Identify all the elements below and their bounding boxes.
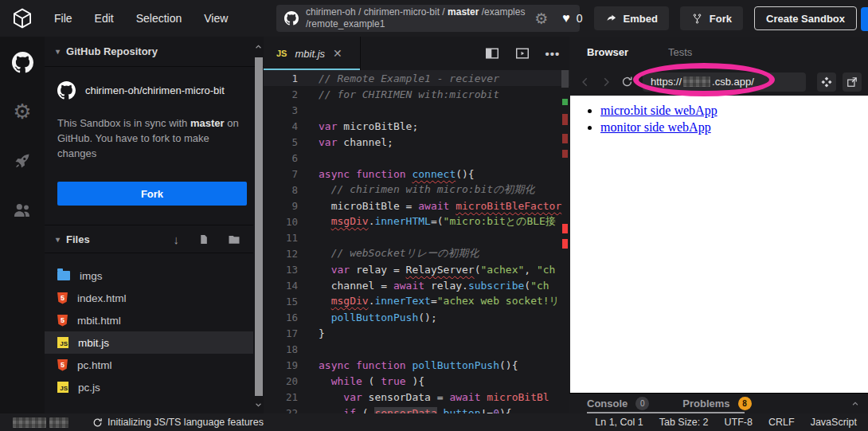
code-line: 12 // webSocketリレーの初期化 bbox=[264, 245, 569, 261]
sidebar-item-github[interactable] bbox=[10, 49, 35, 75]
fork-button-sidebar[interactable]: Fork bbox=[57, 182, 247, 206]
preview-tabs: Browser Tests bbox=[569, 37, 868, 68]
files-section-title: Files bbox=[66, 233, 90, 245]
sidebar-scrollbar[interactable] bbox=[253, 37, 264, 413]
code-line: 9 microBitBle = await microBitBleFactor bbox=[264, 198, 569, 214]
sidebar-item-live[interactable] bbox=[10, 198, 35, 223]
new-file-icon[interactable] bbox=[198, 233, 209, 245]
blurred-subdomain bbox=[683, 76, 710, 87]
repo-section-title: GitHub Repository bbox=[66, 45, 158, 57]
chevron-down-icon: ▾ bbox=[56, 235, 60, 244]
gear-icon: ⚙ bbox=[13, 100, 31, 124]
repo-section-header[interactable]: ▾ GitHub Repository bbox=[45, 37, 264, 67]
code-line: 13 var relay = RelayServer("achex", "ch bbox=[264, 261, 569, 277]
chevron-up-icon[interactable] bbox=[254, 43, 263, 51]
signin-button-partial[interactable] bbox=[861, 7, 868, 31]
line-number: 2 bbox=[264, 88, 298, 100]
close-icon[interactable]: ✕ bbox=[333, 47, 342, 60]
github-icon bbox=[284, 11, 299, 25]
responsive-mode-icon[interactable] bbox=[817, 72, 836, 92]
file-item-index.html[interactable]: 5index.html bbox=[45, 287, 253, 309]
export-icon[interactable]: ↓ bbox=[174, 233, 180, 246]
html-icon: 5 bbox=[57, 359, 68, 371]
line-number: 3 bbox=[264, 104, 298, 116]
menu-view[interactable]: View bbox=[204, 12, 228, 25]
url-suffix: .csb.app/ bbox=[712, 76, 754, 88]
codesandbox-logo[interactable] bbox=[0, 0, 45, 37]
file-item-pc.js[interactable]: JSpc.js bbox=[45, 376, 253, 398]
menu-edit[interactable]: Edit bbox=[95, 12, 114, 25]
file-name: mbit.html bbox=[77, 315, 121, 327]
eol-type[interactable]: CRLF bbox=[768, 417, 795, 428]
code-line: 5var channel; bbox=[264, 134, 569, 150]
code-editor[interactable]: 1// Remote Example1 - reciever2// for CH… bbox=[264, 70, 569, 413]
console-count-badge: 0 bbox=[635, 397, 649, 410]
menu-selection[interactable]: Selection bbox=[136, 12, 182, 25]
back-icon[interactable] bbox=[576, 72, 595, 92]
url-input[interactable]: https:// .csb.app/ bbox=[643, 72, 806, 92]
code-line: 18 bbox=[264, 341, 569, 357]
files-section-header[interactable]: ▾ Files ↓ bbox=[45, 225, 253, 253]
language-mode[interactable]: JavaScript bbox=[811, 417, 857, 428]
link-monitor-webapp[interactable]: monitor side webApp bbox=[600, 120, 711, 134]
tab-tests[interactable]: Tests bbox=[668, 46, 692, 58]
editor-tab-bar: JS mbit.js ✕ ••• bbox=[264, 37, 569, 70]
status-bar: Initializing JS/TS language features Ln … bbox=[0, 413, 868, 431]
forward-icon[interactable] bbox=[596, 72, 616, 92]
tab-problems[interactable]: Problems bbox=[682, 398, 729, 409]
file-name: imgs bbox=[80, 270, 103, 282]
fork-icon bbox=[691, 13, 703, 25]
line-number: 16 bbox=[264, 311, 298, 323]
users-icon bbox=[12, 200, 33, 221]
code-line: 14 channel = await relay.subscribe("ch bbox=[264, 277, 569, 293]
chevron-down-icon[interactable] bbox=[254, 401, 263, 409]
line-number: 22 bbox=[264, 407, 298, 414]
heart-icon: ♥ bbox=[562, 12, 570, 25]
fork-button-top[interactable]: Fork bbox=[680, 6, 743, 30]
repo-link[interactable]: chirimen-oh/chirimen-micro-bit bbox=[57, 81, 251, 100]
file-item-mbit.js[interactable]: JSmbit.js bbox=[45, 331, 253, 354]
cube-icon bbox=[12, 8, 33, 29]
line-number: 7 bbox=[264, 168, 298, 180]
browser-nav-bar: https:// .csb.app/ bbox=[569, 68, 868, 96]
github-icon bbox=[57, 81, 76, 100]
refresh-icon[interactable] bbox=[617, 72, 636, 92]
tab-size[interactable]: Tab Size: 2 bbox=[659, 417, 709, 428]
more-actions-icon[interactable]: ••• bbox=[544, 45, 561, 62]
file-item-pc.html[interactable]: 5pc.html bbox=[45, 354, 253, 376]
url-prefix: https:// bbox=[651, 76, 682, 88]
repo-name: chirimen-oh/chirimen-micro-bit bbox=[85, 84, 225, 96]
encoding[interactable]: UTF-8 bbox=[725, 417, 753, 428]
tab-console[interactable]: Console bbox=[587, 398, 628, 409]
scrollbar-thumb[interactable] bbox=[255, 57, 263, 396]
tab-browser[interactable]: Browser bbox=[587, 46, 628, 58]
code-line: 4var microBitBle; bbox=[264, 118, 569, 134]
browser-viewport: micro:bit side webApp monitor side webAp… bbox=[570, 96, 868, 393]
chevron-up-icon[interactable] bbox=[850, 400, 860, 408]
like-button[interactable]: ♥ 0 bbox=[562, 12, 582, 25]
rocket-icon bbox=[13, 151, 32, 170]
file-item-imgs[interactable]: imgs bbox=[45, 264, 253, 287]
sidebar-item-settings[interactable]: ⚙ bbox=[10, 99, 35, 124]
tab-mbit-js[interactable]: JS mbit.js ✕ bbox=[264, 37, 361, 70]
file-name: mbit.js bbox=[78, 337, 109, 349]
line-number: 17 bbox=[264, 327, 298, 339]
split-editor-icon[interactable] bbox=[483, 45, 501, 62]
create-sandbox-button[interactable]: Create Sandbox bbox=[754, 6, 857, 30]
embed-button[interactable]: Embed bbox=[594, 6, 669, 30]
line-number: 13 bbox=[264, 264, 298, 276]
link-microbit-webapp[interactable]: micro:bit side webApp bbox=[600, 104, 717, 117]
menu-file[interactable]: File bbox=[54, 12, 72, 25]
editor-pane: JS mbit.js ✕ ••• 1// Remote Example1 - r… bbox=[264, 37, 569, 413]
open-external-icon[interactable] bbox=[843, 72, 862, 92]
sidebar-item-deploy[interactable] bbox=[10, 148, 35, 174]
new-folder-icon[interactable] bbox=[228, 234, 240, 245]
line-number: 20 bbox=[264, 375, 298, 387]
file-item-mbit.html[interactable]: 5mbit.html bbox=[45, 309, 253, 331]
statusbar-items: Ln 1, Col 1 Tab Size: 2 UTF-8 CRLF JavaS… bbox=[595, 417, 857, 428]
settings-gear-icon[interactable]: ⚙ bbox=[534, 10, 548, 28]
open-preview-icon[interactable] bbox=[514, 45, 531, 62]
preview-link-list: micro:bit side webApp monitor side webAp… bbox=[600, 104, 868, 135]
share-arrow-icon bbox=[605, 13, 617, 25]
cursor-position[interactable]: Ln 1, Col 1 bbox=[595, 417, 643, 428]
